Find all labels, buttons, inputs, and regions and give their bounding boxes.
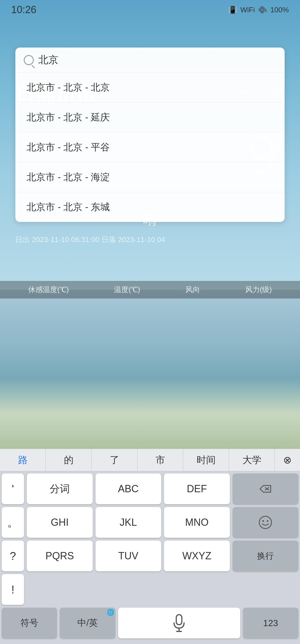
key-def[interactable]: DEF <box>164 473 230 504</box>
key-pqrs[interactable]: PQRS <box>27 541 93 571</box>
vibrate-icon: 📳 <box>228 6 237 14</box>
suggestion-item-lu[interactable]: 路 <box>0 449 46 471</box>
keyboard-rows: ' 分词 ABC DEF 。 GHI JKL MNO <box>0 471 300 644</box>
search-result-item[interactable]: 北京市 - 北京 - 北京 <box>15 73 285 103</box>
key-ghi[interactable]: GHI <box>27 507 93 538</box>
feels-like-label: 休感温度(℃) <box>28 285 69 295</box>
key-fenchi[interactable]: 分词 <box>27 473 93 504</box>
left-punct-col-4: ! <box>2 574 24 605</box>
suggestions-bar: 路 的 了 市 时间 大学 ⊗ <box>0 449 300 471</box>
keyboard-bottom-row: 符号 中/英 🌐 123 <box>2 608 298 641</box>
globe-icon: 🌐 <box>107 609 114 616</box>
weather-sunrise-bg: 日出 2023-11-10 06:31:00 日落 2023-11-10 04 <box>15 235 165 245</box>
suggestion-item-shijian[interactable]: 时间 <box>183 449 229 471</box>
battery-icon: 100% <box>270 6 289 14</box>
punct-key-question[interactable]: ? <box>2 541 24 571</box>
suggestion-item-le[interactable]: 了 <box>92 449 137 471</box>
left-punct-col-1: ' <box>2 473 24 504</box>
left-punct-col-2: 。 <box>2 507 24 538</box>
keyboard-row-3: ? PQRS TUV WXYZ 换行 <box>2 541 298 571</box>
microphone-icon <box>172 614 186 632</box>
search-result-item[interactable]: 北京市 - 北京 - 延庆 <box>15 103 285 132</box>
search-input-text[interactable]: 北京 <box>38 53 58 67</box>
key-chinese-english[interactable]: 中/英 🌐 <box>60 608 115 638</box>
emoji-icon <box>258 515 272 529</box>
svg-point-3 <box>262 520 264 522</box>
signal-icon: ᪥ᵢ <box>258 6 267 14</box>
key-delete[interactable] <box>233 473 299 504</box>
wifi-icon: WiFi <box>241 6 255 14</box>
key-abc[interactable]: ABC <box>96 473 161 504</box>
svg-rect-5 <box>176 615 182 625</box>
keyboard-row-1: ' 分词 ABC DEF <box>2 473 298 504</box>
svg-point-2 <box>259 516 272 529</box>
search-bar[interactable]: 北京 <box>15 48 285 73</box>
search-result-item[interactable]: 北京市 - 北京 - 海淀 <box>15 162 285 192</box>
key-symbol[interactable]: 符号 <box>2 608 57 638</box>
search-icon <box>24 55 34 65</box>
key-enter[interactable]: 换行 <box>233 541 299 571</box>
key-tuv[interactable]: TUV <box>96 541 161 571</box>
punct-key-exclaim[interactable]: ! <box>2 574 24 605</box>
svg-point-4 <box>267 520 268 522</box>
punct-key-period[interactable]: 。 <box>2 507 24 538</box>
key-wxyz[interactable]: WXYZ <box>164 541 230 571</box>
search-dropdown: 北京 北京市 - 北京 - 北京 北京市 - 北京 - 延庆 北京市 - 北京 … <box>15 48 285 222</box>
status-time: 10:26 <box>11 4 36 16</box>
temperature-label: 温度(℃) <box>114 285 140 295</box>
key-space[interactable] <box>118 608 240 638</box>
punct-key-apostrophe[interactable]: ' <box>2 473 24 504</box>
weather-info-bar: 休感温度(℃) 温度(℃) 风向 风力(级) <box>0 281 300 299</box>
status-bar: 10:26 📳 WiFi ᪥ᵢ 100% <box>0 0 300 20</box>
key-mno[interactable]: MNO <box>164 507 230 538</box>
key-emoji[interactable] <box>233 507 299 538</box>
key-jkl[interactable]: JKL <box>96 507 161 538</box>
keyboard-row-2: 。 GHI JKL MNO <box>2 507 298 538</box>
key-123[interactable]: 123 <box>243 608 298 638</box>
status-icons: 📳 WiFi ᪥ᵢ 100% <box>228 6 289 14</box>
keyboard-container: 路 的 了 市 时间 大学 ⊗ ' 分词 ABC DEF <box>0 449 300 644</box>
left-punct-col-3: ? <box>2 541 24 571</box>
keyboard-row-4: ! <box>2 574 298 605</box>
suggestion-item-shi[interactable]: 市 <box>137 449 183 471</box>
chinese-eng-label: 中/英 <box>77 617 98 629</box>
search-result-item[interactable]: 北京市 - 北京 - 东城 <box>15 192 285 222</box>
suggestion-item-de[interactable]: 的 <box>46 449 92 471</box>
wind-dir-label: 风向 <box>185 285 200 295</box>
wind-power-label: 风力(级) <box>245 285 272 295</box>
suggestion-delete-button[interactable]: ⊗ <box>275 449 300 471</box>
search-result-item[interactable]: 北京市 - 北京 - 平谷 <box>15 132 285 162</box>
suggestion-item-daxue[interactable]: 大学 <box>229 449 275 471</box>
backspace-icon <box>258 483 272 494</box>
